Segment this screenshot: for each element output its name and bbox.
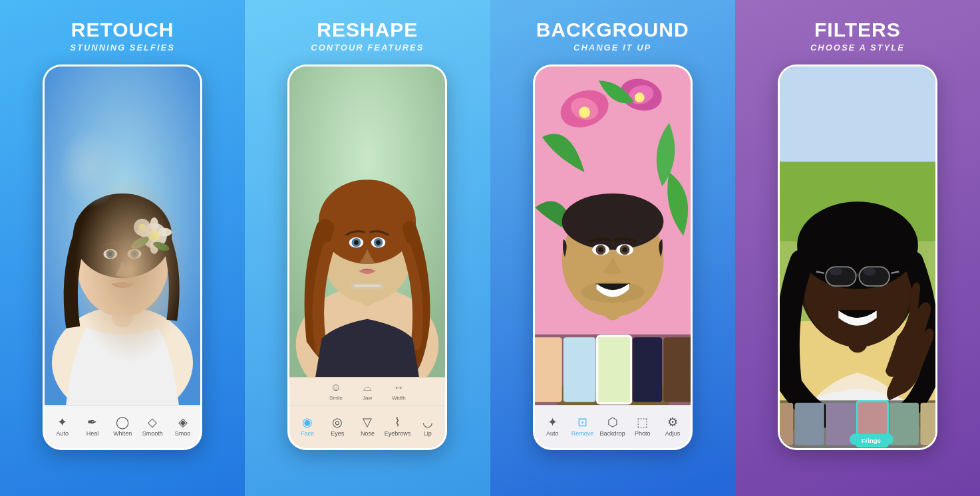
toolbar-bg-auto[interactable]: ✦ Auto	[538, 416, 568, 437]
svg-rect-0	[45, 66, 200, 405]
smile-item[interactable]: ☺ Smile	[329, 382, 343, 401]
toolbar-eyebrows[interactable]: ⌇ Eyebrows	[383, 416, 412, 437]
retouch-panel: RETOUCH STUNNING SELFIES	[0, 0, 245, 496]
eyebrows-icon: ⌇	[395, 416, 401, 428]
nose-label: Nose	[361, 430, 375, 437]
svg-point-19	[152, 240, 171, 253]
svg-rect-78	[794, 403, 824, 445]
svg-point-5	[73, 193, 172, 278]
svg-rect-82	[920, 403, 935, 445]
svg-point-9	[128, 249, 142, 259]
smooth-label: Smooth	[142, 430, 163, 437]
retouch-toolbar: ✦ Auto ✒ Heal ◯ Whiten ◇ Smooth ◈ Smoo	[45, 405, 200, 448]
reshape-subtoolbar: ☺ Smile ⌓ Jaw ↔ Width	[289, 377, 445, 405]
retouch-screen	[45, 66, 200, 405]
svg-point-71	[863, 268, 876, 276]
auto-icon: ✦	[57, 416, 67, 428]
svg-point-11	[132, 252, 136, 256]
svg-point-10	[130, 250, 139, 259]
backdrop-label: Backdrop	[600, 430, 625, 437]
whiten-label: Whiten	[113, 430, 132, 437]
svg-point-70	[830, 268, 842, 276]
svg-point-13	[148, 230, 160, 241]
filters-header: FILTERS CHOOSE A STYLE	[810, 19, 905, 53]
toolbar-eyes[interactable]: ◎ Eyes	[323, 416, 353, 437]
background-panel: BACKGROUND CHANGE IT UP	[490, 0, 735, 496]
smile-icon: ☺	[331, 382, 341, 394]
svg-point-15	[150, 217, 158, 231]
toolbar-smooth2[interactable]: ◈ Smoo	[168, 416, 198, 437]
svg-rect-57	[663, 337, 691, 402]
lip-label: Lip	[424, 430, 432, 437]
heal-label: Heal	[86, 430, 99, 437]
svg-rect-1	[45, 66, 200, 405]
svg-text:Fringe: Fringe	[862, 437, 881, 444]
toolbar-photo[interactable]: ⬚ Photo	[627, 416, 657, 437]
remove-label: Remove	[572, 430, 594, 437]
svg-point-29	[354, 240, 359, 245]
face-label: Face	[301, 430, 314, 437]
toolbar-nose[interactable]: ▽ Nose	[353, 416, 383, 437]
toolbar-adjust[interactable]: ⚙ Adjus	[657, 416, 687, 437]
filters-panel: FILTERS CHOOSE A STYLE	[735, 0, 980, 496]
svg-point-17	[150, 240, 158, 254]
photo-icon: ⬚	[637, 416, 648, 428]
toolbar-face[interactable]: ◉ Face	[292, 416, 322, 437]
svg-rect-34	[355, 285, 381, 287]
svg-point-4	[77, 211, 168, 316]
toolbar-lip[interactable]: ◡ Lip	[412, 416, 442, 437]
filters-screen: Fringe	[780, 66, 935, 448]
auto-label: Auto	[56, 430, 69, 437]
background-photo	[535, 66, 691, 405]
reshape-header: RESHAPE CONTOUR FEATURES	[311, 19, 424, 53]
reshape-photo	[289, 66, 445, 377]
svg-point-21	[139, 223, 146, 231]
toolbar-remove[interactable]: ⊡ Remove	[568, 416, 597, 437]
adjust-icon: ⚙	[667, 416, 678, 428]
background-subtitle: CHANGE IT UP	[536, 43, 689, 53]
svg-rect-3	[112, 285, 133, 328]
toolbar-smooth[interactable]: ◇ Smooth	[138, 416, 168, 437]
background-toolbar: ✦ Auto ⊡ Remove ⬡ Backdrop ⬚ Photo ⚙ Adj…	[535, 405, 691, 448]
filters-subtitle: CHOOSE A STYLE	[810, 43, 905, 53]
svg-point-44	[562, 193, 663, 250]
background-phone: ✦ Auto ⊡ Remove ⬡ Backdrop ⬚ Photo ⚙ Adj…	[533, 64, 693, 450]
bg-auto-label: Auto	[546, 430, 559, 437]
svg-point-8	[108, 252, 112, 256]
retouch-photo	[45, 66, 200, 405]
toolbar-heal[interactable]: ✒ Heal	[77, 416, 107, 437]
background-title: BACKGROUND	[536, 19, 689, 41]
reshape-screen	[289, 66, 445, 377]
svg-point-51	[622, 247, 627, 252]
svg-point-14	[136, 228, 150, 237]
retouch-subtitle: STUNNING SELFIES	[70, 43, 175, 53]
jaw-icon: ⌓	[363, 382, 372, 394]
width-label: Width	[392, 395, 405, 401]
heal-icon: ✒	[87, 416, 97, 428]
svg-point-18	[130, 234, 151, 251]
toolbar-backdrop[interactable]: ⬡ Backdrop	[597, 416, 627, 437]
retouch-title: RETOUCH	[70, 19, 175, 41]
eyes-label: Eyes	[331, 430, 344, 437]
toolbar-whiten[interactable]: ◯ Whiten	[108, 416, 138, 437]
width-item[interactable]: ↔ Width	[392, 382, 405, 401]
width-icon: ↔	[393, 382, 404, 394]
eyes-icon: ◎	[332, 416, 343, 428]
svg-point-6	[103, 249, 117, 259]
smooth2-label: Smoo	[175, 430, 191, 437]
svg-rect-55	[597, 336, 631, 404]
bg-auto-icon: ✦	[548, 416, 558, 428]
toolbar-auto[interactable]: ✦ Auto	[47, 416, 77, 437]
svg-point-20	[134, 219, 150, 235]
smile-label: Smile	[329, 395, 343, 401]
reshape-title: RESHAPE	[311, 19, 424, 41]
smooth2-icon: ◈	[178, 416, 188, 428]
reshape-subtitle: CONTOUR FEATURES	[311, 43, 424, 53]
photo-label: Photo	[635, 430, 651, 437]
svg-point-38	[579, 106, 590, 118]
svg-point-16	[158, 228, 172, 237]
reshape-panel: RESHAPE CONTOUR FEATURES	[245, 0, 490, 496]
jaw-item[interactable]: ⌓ Jaw	[363, 382, 372, 401]
retouch-phone: ✦ Auto ✒ Heal ◯ Whiten ◇ Smooth ◈ Smoo	[43, 64, 202, 450]
filters-photo: Fringe	[780, 66, 935, 448]
